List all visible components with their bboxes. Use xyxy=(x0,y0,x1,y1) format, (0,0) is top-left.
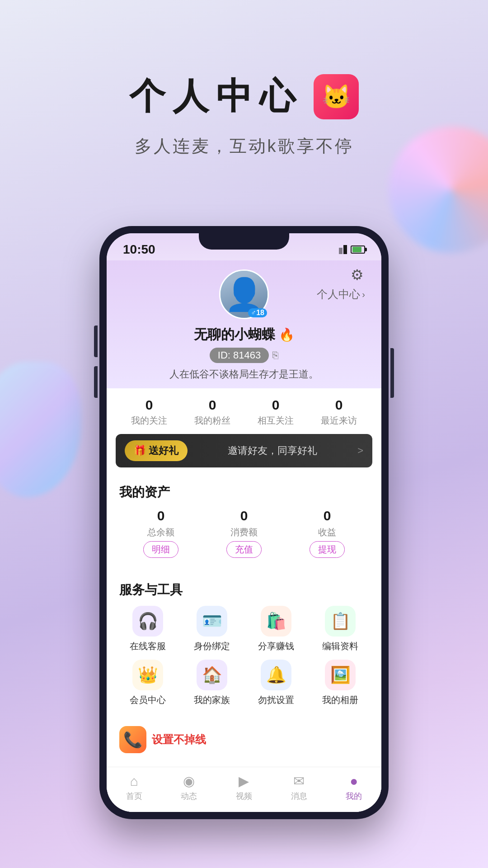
video-icon: ▶ xyxy=(239,773,249,789)
stats-row: 0 我的关注 0 我的粉丝 0 相互关注 0 最近来访 xyxy=(107,388,381,434)
nav-message[interactable]: ✉ 消息 xyxy=(272,773,327,802)
gift-button[interactable]: 🎁 送好礼 xyxy=(125,440,188,461)
share-earn-label: 分享赚钱 xyxy=(258,640,294,652)
asset-detail-button[interactable]: 明细 xyxy=(143,541,178,558)
message-icon: ✉ xyxy=(293,773,305,789)
app-icon: 🐱 xyxy=(314,74,359,119)
service-edit-profile[interactable]: 📋 编辑资料 xyxy=(312,606,369,652)
services-section: 服务与工具 🎧 在线客服 🪪 身份绑定 🛍️ 分享赚钱 xyxy=(107,572,381,715)
asset-income: 0 收益 提现 xyxy=(310,508,345,558)
service-album[interactable]: 🖼️ 我的相册 xyxy=(312,660,369,706)
asset-withdraw-button[interactable]: 提现 xyxy=(310,541,345,558)
battery-fill xyxy=(352,247,361,252)
stat-recent-label: 最近来访 xyxy=(321,415,357,427)
asset-spend-label: 消费额 xyxy=(230,526,258,538)
service-vip[interactable]: 👑 会员中心 xyxy=(119,660,176,706)
avatar-wrap: ♂18 xyxy=(219,269,269,319)
family-label: 我的家族 xyxy=(194,694,230,706)
stat-fans[interactable]: 0 我的粉丝 xyxy=(194,397,230,427)
service-dnd[interactable]: 🔔 勿扰设置 xyxy=(248,660,305,706)
phone-mockup: 10:50 ⚙ xyxy=(99,226,389,819)
service-identity[interactable]: 🪪 身份绑定 xyxy=(183,606,240,652)
chevron-right-icon: › xyxy=(362,289,365,300)
bg-decoration-left xyxy=(0,362,81,497)
asset-income-label: 收益 xyxy=(318,526,336,538)
album-icon: 🖼️ xyxy=(325,660,356,690)
assets-row: 0 总余额 明细 0 消费额 充值 0 收益 提现 xyxy=(119,508,369,558)
invite-arrow: > xyxy=(357,445,363,457)
dnd-icon: 🔔 xyxy=(261,660,291,690)
flame-icon: 🔥 xyxy=(279,327,295,342)
nav-video[interactable]: ▶ 视频 xyxy=(216,773,272,802)
page-title: 个人中心 xyxy=(129,72,303,121)
stat-fans-value: 0 xyxy=(209,397,216,413)
vip-icon: 👑 xyxy=(132,660,163,690)
bottom-nav: ⌂ 首页 ◉ 动态 ▶ 视频 ✉ 消息 xyxy=(107,767,381,812)
stat-following-label: 我的关注 xyxy=(131,415,167,427)
battery-icon xyxy=(351,245,365,254)
service-customer-service[interactable]: 🎧 在线客服 xyxy=(119,606,176,652)
asset-total: 0 总余额 明细 xyxy=(143,508,178,558)
stat-mutual-label: 相互关注 xyxy=(258,415,294,427)
username-row: 无聊的小蝴蝶 🔥 xyxy=(194,326,295,344)
stat-following-value: 0 xyxy=(145,397,153,413)
stat-mutual[interactable]: 0 相互关注 xyxy=(258,397,294,427)
services-grid: 🎧 在线客服 🪪 身份绑定 🛍️ 分享赚钱 📋 xyxy=(119,606,369,706)
nav-dynamic[interactable]: ◉ 动态 xyxy=(162,773,217,802)
asset-recharge-button[interactable]: 充值 xyxy=(226,541,262,558)
asset-spend-value: 0 xyxy=(240,508,248,524)
invite-banner[interactable]: 🎁 送好礼 邀请好友，同享好礼 > xyxy=(116,434,372,467)
volume-up-button xyxy=(94,326,98,357)
gift-icon: 🎁 xyxy=(134,445,146,457)
invite-text: 邀请好友，同享好礼 xyxy=(193,444,352,458)
nav-home[interactable]: ⌂ 首页 xyxy=(107,774,162,802)
screen-content: 10:50 ⚙ xyxy=(107,233,381,812)
album-label: 我的相册 xyxy=(322,694,358,706)
nav-mine[interactable]: ● 我的 xyxy=(326,774,381,802)
status-time: 10:50 xyxy=(123,242,155,257)
stat-fans-label: 我的粉丝 xyxy=(194,415,230,427)
stat-recent-value: 0 xyxy=(335,397,343,413)
username: 无聊的小蝴蝶 xyxy=(194,326,275,344)
page-header: 个人中心 🐱 多人连麦，互动k歌享不停 xyxy=(0,0,488,158)
asset-total-label: 总余额 xyxy=(147,526,174,538)
dnd-label: 勿扰设置 xyxy=(258,694,294,706)
volume-down-button xyxy=(94,366,98,398)
status-icons xyxy=(336,245,365,254)
user-id-row: ID: 81463 ⎘ xyxy=(210,348,278,363)
nav-home-label: 首页 xyxy=(126,791,142,802)
nav-mine-label: 我的 xyxy=(346,791,362,802)
gift-btn-label: 送好礼 xyxy=(149,444,178,458)
nav-message-label: 消息 xyxy=(291,791,307,802)
profile-section: ♂18 个人中心 › 无聊的小蝴蝶 🔥 ID: 81463 ⎘ xyxy=(107,260,381,388)
asset-total-value: 0 xyxy=(157,508,165,524)
phone-screen: 10:50 ⚙ xyxy=(107,233,381,812)
copy-icon[interactable]: ⎘ xyxy=(272,349,278,361)
dynamic-icon: ◉ xyxy=(183,773,195,789)
bio: 人在低谷不谈格局生存才是王道。 xyxy=(169,368,319,381)
offline-section[interactable]: 📞 设置不掉线 xyxy=(107,721,381,759)
customer-service-label: 在线客服 xyxy=(130,640,166,652)
notch xyxy=(199,233,289,250)
nav-video-label: 视频 xyxy=(236,791,252,802)
services-title: 服务与工具 xyxy=(119,581,369,599)
power-button xyxy=(390,348,394,398)
personal-center-label: 个人中心 xyxy=(317,287,360,302)
customer-service-icon: 🎧 xyxy=(132,606,163,637)
nav-dynamic-label: 动态 xyxy=(181,791,197,802)
mine-icon: ● xyxy=(350,774,358,789)
asset-spend: 0 消费额 充值 xyxy=(226,508,262,558)
service-family[interactable]: 🏠 我的家族 xyxy=(183,660,240,706)
user-id-badge: ID: 81463 xyxy=(210,348,269,363)
page-subtitle: 多人连麦，互动k歌享不停 xyxy=(0,135,488,158)
settings-button[interactable]: ⚙ xyxy=(347,265,367,285)
offline-icon: 📞 xyxy=(119,726,146,753)
stat-following[interactable]: 0 我的关注 xyxy=(131,397,167,427)
service-share-earn[interactable]: 🛍️ 分享赚钱 xyxy=(248,606,305,652)
personal-center-link[interactable]: 个人中心 › xyxy=(317,287,365,302)
family-icon: 🏠 xyxy=(197,660,227,690)
stat-recent[interactable]: 0 最近来访 xyxy=(321,397,357,427)
home-icon: ⌂ xyxy=(130,774,138,789)
gear-icon: ⚙ xyxy=(347,265,367,285)
gender-badge: ♂18 xyxy=(248,308,267,317)
